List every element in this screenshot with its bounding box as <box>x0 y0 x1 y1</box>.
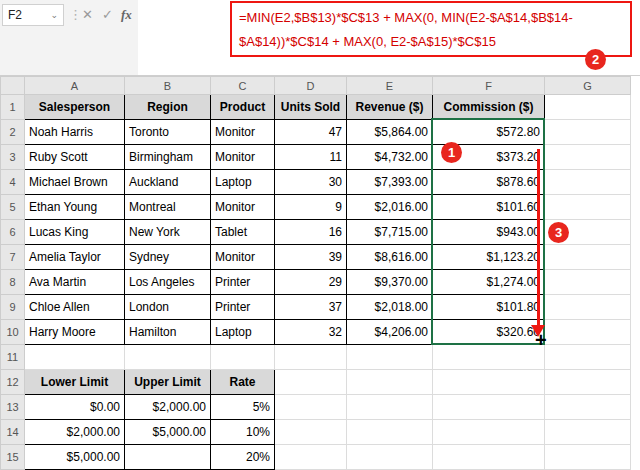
cell[interactable]: 39 <box>275 245 347 270</box>
column-letter-a[interactable]: A <box>25 77 125 95</box>
cell[interactable]: $0.00 <box>25 395 125 420</box>
row-number[interactable]: 13 <box>1 395 25 420</box>
row-number[interactable]: 2 <box>1 120 25 145</box>
cell[interactable]: Printer <box>211 295 275 320</box>
cell[interactable]: Hamilton <box>125 320 211 345</box>
header-cell[interactable]: Commission ($) <box>433 95 545 120</box>
row-number[interactable]: 7 <box>1 245 25 270</box>
cell[interactable]: Los Angeles <box>125 270 211 295</box>
cell[interactable]: Sydney <box>125 245 211 270</box>
cell[interactable]: $2,000.00 <box>125 395 211 420</box>
cell[interactable]: Birmingham <box>125 145 211 170</box>
insert-function-icon[interactable]: fx <box>121 7 132 23</box>
cell[interactable] <box>545 320 631 345</box>
column-letter-b[interactable]: B <box>125 77 211 95</box>
cell[interactable]: 37 <box>275 295 347 320</box>
cell[interactable]: Toronto <box>125 120 211 145</box>
cell[interactable]: $2,018.00 <box>347 295 433 320</box>
cell[interactable] <box>275 445 347 470</box>
formula-input[interactable]: =MIN(E2,$B$13)*$C$13 + MAX(0, MIN(E2-$A$… <box>230 1 632 57</box>
header-cell[interactable]: Revenue ($) <box>347 95 433 120</box>
cell[interactable]: $2,016.00 <box>347 195 433 220</box>
cell-f2-selected[interactable]: $572.80 <box>433 120 545 145</box>
cell[interactable]: Ethan Young <box>25 195 125 220</box>
cell[interactable]: $101.80 <box>433 295 545 320</box>
cell[interactable]: 47 <box>275 120 347 145</box>
cell[interactable]: Auckland <box>125 170 211 195</box>
cell[interactable]: 30 <box>275 170 347 195</box>
row-number[interactable]: 4 <box>1 170 25 195</box>
name-box[interactable]: F2 ⌄ <box>2 4 64 26</box>
cell[interactable]: Noah Harris <box>25 120 125 145</box>
cell[interactable]: New York <box>125 220 211 245</box>
cell[interactable]: Lucas King <box>25 220 125 245</box>
cell[interactable]: $1,123.20 <box>433 245 545 270</box>
cell[interactable] <box>433 445 545 470</box>
cell[interactable] <box>433 345 545 370</box>
cell[interactable] <box>545 345 631 370</box>
cell[interactable] <box>211 345 275 370</box>
select-all-corner[interactable] <box>1 77 25 95</box>
row-number[interactable]: 11 <box>1 345 25 370</box>
cell[interactable] <box>275 370 347 395</box>
cell[interactable] <box>545 370 631 395</box>
cell[interactable] <box>433 370 545 395</box>
cell[interactable]: $943.00 <box>433 220 545 245</box>
row-number[interactable]: 8 <box>1 270 25 295</box>
cell[interactable] <box>545 195 631 220</box>
cell[interactable]: $7,715.00 <box>347 220 433 245</box>
cell[interactable]: Printer <box>211 270 275 295</box>
cell[interactable] <box>545 95 631 120</box>
column-letter-e[interactable]: E <box>347 77 433 95</box>
cell[interactable] <box>545 295 631 320</box>
cell[interactable]: Chloe Allen <box>25 295 125 320</box>
cell[interactable]: Michael Brown <box>25 170 125 195</box>
row-number[interactable]: 12 <box>1 370 25 395</box>
cell[interactable]: 10% <box>211 420 275 445</box>
column-letter-f[interactable]: F <box>433 77 545 95</box>
cell[interactable]: $5,000.00 <box>25 445 125 470</box>
cell[interactable] <box>433 420 545 445</box>
cell[interactable]: Laptop <box>211 170 275 195</box>
cell[interactable]: $2,000.00 <box>25 420 125 445</box>
cell[interactable] <box>125 445 211 470</box>
cell[interactable] <box>545 245 631 270</box>
cell[interactable]: 5% <box>211 395 275 420</box>
cell[interactable]: 20% <box>211 445 275 470</box>
cell[interactable] <box>545 220 631 245</box>
column-letter-c[interactable]: C <box>211 77 275 95</box>
cell[interactable] <box>275 420 347 445</box>
header-cell[interactable]: Region <box>125 95 211 120</box>
cell[interactable]: 9 <box>275 195 347 220</box>
enter-check-icon[interactable]: ✓ <box>102 7 113 22</box>
cell[interactable]: Monitor <box>211 145 275 170</box>
cell[interactable]: Monitor <box>211 245 275 270</box>
header-cell[interactable]: Salesperson <box>25 95 125 120</box>
cell[interactable]: 16 <box>275 220 347 245</box>
cell[interactable] <box>545 445 631 470</box>
cell[interactable]: $9,370.00 <box>347 270 433 295</box>
column-letter-d[interactable]: D <box>275 77 347 95</box>
cell[interactable]: 29 <box>275 270 347 295</box>
header-cell[interactable]: Lower Limit <box>25 370 125 395</box>
cell[interactable] <box>275 395 347 420</box>
cell[interactable]: Harry Moore <box>25 320 125 345</box>
cell[interactable]: Ruby Scott <box>25 145 125 170</box>
cancel-icon[interactable]: ✕ <box>82 7 93 22</box>
cell[interactable]: Monitor <box>211 195 275 220</box>
cell[interactable]: $101.60 <box>433 195 545 220</box>
row-number[interactable]: 14 <box>1 420 25 445</box>
header-cell[interactable]: Product <box>211 95 275 120</box>
header-cell[interactable]: Rate <box>211 370 275 395</box>
cell[interactable]: $373.20 <box>433 145 545 170</box>
row-number[interactable]: 9 <box>1 295 25 320</box>
cell[interactable]: 32 <box>275 320 347 345</box>
cell[interactable] <box>545 270 631 295</box>
cell[interactable]: Laptop <box>211 320 275 345</box>
cell[interactable]: $320.60 <box>433 320 545 345</box>
cell[interactable] <box>545 170 631 195</box>
cell[interactable]: Montreal <box>125 195 211 220</box>
cell[interactable] <box>545 120 631 145</box>
cell[interactable] <box>545 395 631 420</box>
chevron-down-icon[interactable]: ⌄ <box>50 10 58 20</box>
